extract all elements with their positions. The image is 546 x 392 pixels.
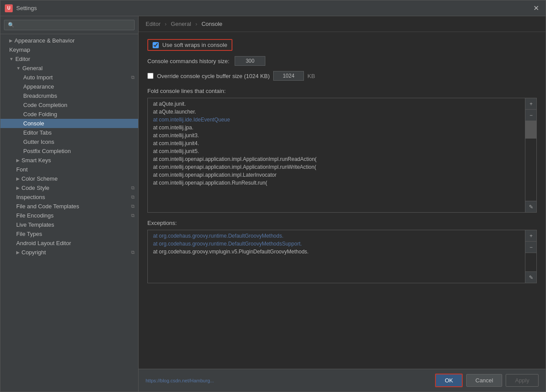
ok-button[interactable]: OK — [435, 374, 463, 387]
list-item[interactable]: at com.intellij.openapi.application.impl… — [148, 171, 525, 179]
sidebar-item-inspections[interactable]: Inspections ⧉ — [0, 192, 138, 202]
sidebar-item-console[interactable]: Console — [0, 119, 138, 128]
sidebar-item-label: Code Completion — [23, 102, 67, 108]
sidebar-item-label: Font — [16, 166, 28, 173]
copy-icon: ⧉ — [131, 213, 135, 218]
sidebar-item-label: File Types — [16, 231, 42, 237]
arrow-icon: ▼ — [9, 57, 14, 61]
add-exception-button[interactable]: + — [525, 230, 537, 242]
sidebar: ▶ Appearance & Behavior Keymap ▼ Editor … — [0, 16, 139, 392]
search-input[interactable] — [4, 20, 135, 30]
breadcrumb-part3: Console — [201, 21, 222, 27]
fold-lines-container: at aQute.junit. at aQute.launcher. at co… — [147, 98, 537, 213]
sidebar-item-file-encodings[interactable]: File Encodings ⧉ — [0, 211, 138, 220]
remove-fold-button[interactable]: − — [525, 110, 537, 121]
fold-list-scroll[interactable]: at aQute.junit. at aQute.launcher. at co… — [148, 98, 525, 212]
sidebar-item-label: Appearance & Behavior — [14, 37, 75, 44]
breadcrumb: Editor › General › Console — [139, 16, 546, 32]
edit-exception-button[interactable]: ✎ — [525, 271, 537, 283]
add-fold-button[interactable]: + — [525, 98, 537, 110]
sidebar-item-appearance[interactable]: Appearance — [0, 82, 138, 91]
sidebar-item-breadcrumbs[interactable]: Breadcrumbs — [0, 91, 138, 100]
override-buffer-checkbox[interactable] — [147, 73, 153, 79]
list-item[interactable]: at com.intellij.junit3. — [148, 132, 525, 139]
soft-wraps-checkbox[interactable] — [153, 42, 159, 48]
sidebar-item-keymap[interactable]: Keymap — [0, 45, 138, 54]
list-item[interactable]: at aQute.junit. — [148, 100, 525, 108]
list-item[interactable]: at com.intellij.junit4. — [148, 139, 525, 147]
console-settings-content: Use soft wraps in console Console comman… — [139, 32, 546, 369]
sidebar-item-label: Android Layout Editor — [16, 240, 71, 246]
remove-exception-button[interactable]: − — [525, 242, 537, 253]
sidebar-item-code-style[interactable]: ▶ Code Style ⧉ — [0, 183, 138, 192]
close-button[interactable]: ✕ — [531, 3, 541, 14]
sidebar-item-label: Color Scheme — [21, 175, 57, 182]
search-box — [0, 16, 138, 34]
sidebar-item-code-completion[interactable]: Code Completion — [0, 100, 138, 110]
scrollbar-thumb — [525, 121, 536, 139]
sidebar-item-file-code-templates[interactable]: File and Code Templates ⧉ — [0, 202, 138, 211]
exceptions-list-controls: + − ✎ — [525, 230, 536, 283]
list-item[interactable]: at com.intellij.openapi.application.RunR… — [148, 179, 525, 187]
status-url: https://blog.csdn.net/Hamburg... — [146, 378, 214, 383]
sidebar-item-color-scheme[interactable]: ▶ Color Scheme — [0, 174, 138, 183]
sidebar-item-label: Editor — [15, 56, 30, 62]
breadcrumb-sep2: › — [195, 21, 197, 27]
copy-icon: ⧉ — [131, 194, 135, 200]
fold-lines-list: at aQute.junit. at aQute.launcher. at co… — [148, 98, 525, 212]
sidebar-item-label: Appearance — [23, 83, 54, 90]
list-item[interactable]: at org.codehaus.groovy.runtime.DefaultGr… — [148, 240, 525, 248]
list-item[interactable]: at com.intellij.jpa. — [148, 124, 525, 132]
sidebar-tree: ▶ Appearance & Behavior Keymap ▼ Editor … — [0, 34, 138, 392]
list-item[interactable]: at org.codehaus.groovy.runtime.DefaultGr… — [148, 232, 525, 240]
list-item[interactable]: at com.intellij.openapi.application.impl… — [148, 163, 525, 171]
override-buffer-label: Override console cycle buffer size (1024… — [157, 73, 270, 79]
sidebar-item-label: Postfix Completion — [23, 148, 71, 154]
list-item[interactable]: at com.intellij.ide.IdeEventQueue — [148, 116, 525, 124]
app-icon: U — [5, 4, 13, 12]
sidebar-item-label: Editor Tabs — [23, 129, 52, 136]
sidebar-item-label: Copyright — [21, 249, 46, 256]
sidebar-item-postfix-completion[interactable]: Postfix Completion — [0, 146, 138, 156]
list-item[interactable]: at com.intellij.junit5. — [148, 147, 525, 155]
soft-wraps-highlighted: Use soft wraps in console — [147, 39, 232, 51]
sidebar-item-general[interactable]: ▼ General — [0, 64, 138, 73]
sidebar-item-appearance-behavior[interactable]: ▶ Appearance & Behavior — [0, 36, 138, 45]
apply-button[interactable]: Apply — [506, 374, 539, 387]
sidebar-item-font[interactable]: Font — [0, 165, 138, 174]
sidebar-item-editor[interactable]: ▼ Editor — [0, 54, 138, 64]
cancel-button[interactable]: Cancel — [466, 374, 502, 387]
history-size-row: Console commands history size: — [147, 56, 537, 66]
sidebar-item-label: Code Folding — [23, 111, 57, 118]
exceptions-list-scroll[interactable]: at org.codehaus.groovy.runtime.DefaultGr… — [148, 230, 525, 283]
list-item[interactable]: at org.codehaus.groovy.vmplugin.v5.Plugi… — [148, 248, 525, 256]
scrollbar-track-exceptions — [525, 253, 536, 271]
sidebar-item-live-templates[interactable]: Live Templates — [0, 220, 138, 229]
sidebar-item-file-types[interactable]: File Types — [0, 229, 138, 239]
sidebar-item-auto-import[interactable]: Auto Import ⧉ — [0, 73, 138, 82]
list-item[interactable]: at com.intellij.openapi.application.impl… — [148, 155, 525, 163]
override-buffer-input[interactable] — [273, 71, 304, 81]
arrow-icon: ▶ — [16, 250, 20, 255]
sidebar-item-gutter-icons[interactable]: Gutter Icons — [0, 137, 138, 146]
sidebar-item-editor-tabs[interactable]: Editor Tabs — [0, 128, 138, 137]
arrow-icon: ▶ — [16, 185, 20, 190]
soft-wraps-label: Use soft wraps in console — [162, 42, 227, 48]
sidebar-item-smart-keys[interactable]: ▶ Smart Keys — [0, 156, 138, 165]
list-item[interactable]: at aQute.launcher. — [148, 108, 525, 116]
override-buffer-row: Override console cycle buffer size (1024… — [147, 71, 537, 81]
exceptions-list: at org.codehaus.groovy.runtime.DefaultGr… — [148, 230, 525, 283]
sidebar-item-code-folding[interactable]: Code Folding — [0, 110, 138, 119]
sidebar-item-android-layout[interactable]: Android Layout Editor — [0, 239, 138, 248]
exceptions-label: Exceptions: — [147, 220, 537, 226]
breadcrumb-part2: General — [171, 21, 191, 27]
breadcrumb-part1: Editor — [146, 21, 161, 27]
sidebar-item-copyright[interactable]: ▶ Copyright ⧉ — [0, 248, 138, 257]
arrow-icon: ▼ — [16, 66, 21, 71]
exceptions-section: Exceptions: at org.codehaus.groovy.runti… — [147, 220, 537, 283]
sidebar-item-label: File Encodings — [16, 212, 54, 219]
edit-fold-button[interactable]: ✎ — [525, 201, 537, 212]
sidebar-item-label: Gutter Icons — [23, 139, 54, 145]
history-size-input[interactable] — [235, 56, 265, 66]
button-bar: https://blog.csdn.net/Hamburg... OK Canc… — [139, 369, 546, 392]
